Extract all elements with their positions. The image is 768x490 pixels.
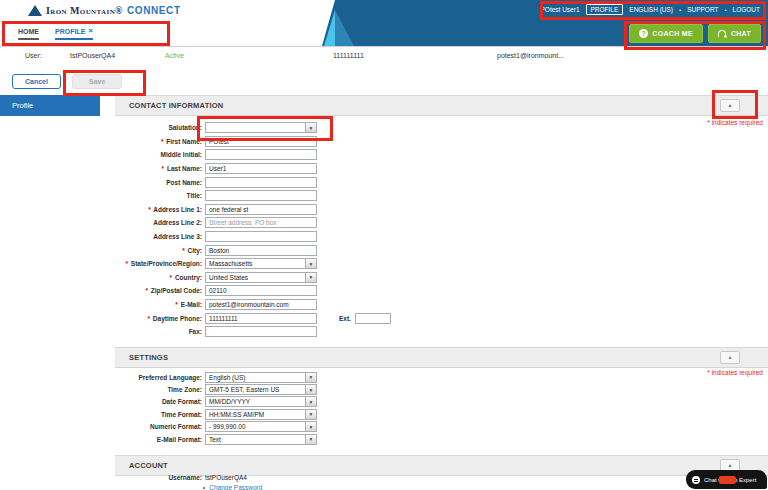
tab-home[interactable]: HOME — [18, 28, 39, 40]
logo: Iron Mountain® CONNECT — [28, 5, 181, 16]
field-label: Middle Initial: — [0, 151, 205, 158]
contact-row-middle-initial: Middle Initial: — [0, 148, 768, 162]
time-zone-select[interactable]: GMT-5 EST, Eastern US▾ — [205, 384, 317, 395]
logo-product-name: CONNECT — [127, 5, 181, 16]
iron-mountain-connect-profile-page: Iron Mountain® CONNECT POtest User1 PROF… — [0, 0, 768, 490]
contact-row-post-name: Post Name: — [0, 175, 768, 189]
change-password-link[interactable]: Change Password — [209, 484, 262, 490]
collapse-icon[interactable]: ▴ — [720, 351, 740, 364]
select-value: United States — [206, 273, 305, 282]
select-value: MM/DD/YYYY — [206, 397, 305, 406]
ext-label: Ext. — [339, 315, 351, 322]
bullet-icon: • — [203, 484, 205, 490]
required-asterisk: * — [148, 206, 151, 213]
contact-row-state-province-region: * State/Province/Region:Massachusetts▾ — [0, 257, 768, 271]
chevron-down-icon[interactable]: ▾ — [305, 422, 316, 431]
collapse-icon[interactable]: ▴ — [720, 99, 740, 112]
chevron-down-icon[interactable]: ▾ — [305, 397, 316, 406]
chevron-down-icon[interactable]: ▾ — [305, 435, 316, 444]
contact-row-e-mail: * E-Mail: — [0, 298, 768, 312]
logo-brand-name: Iron Mountain® — [46, 5, 123, 16]
header-buttons: ? COACH ME CHAT — [629, 24, 761, 43]
salutation-select[interactable]: ▾ — [205, 122, 317, 133]
field-label: * Daytime Phone: — [0, 315, 205, 322]
last-name-input[interactable] — [205, 163, 317, 174]
state-province-region-select[interactable]: Massachusetts▾ — [205, 258, 317, 269]
required-asterisk: * — [126, 260, 129, 267]
country-select[interactable]: United States▾ — [205, 272, 317, 283]
chat-icon — [718, 30, 727, 38]
select-value: Text — [206, 435, 305, 444]
chevron-down-icon[interactable]: ▾ — [305, 385, 316, 394]
chevron-down-icon[interactable]: ▾ — [305, 123, 316, 132]
chevron-down-icon[interactable]: ▾ — [305, 259, 316, 268]
user-phone: 111111111 — [333, 52, 364, 59]
chat-with-expert-widget[interactable]: Chat with an Expert — [686, 470, 767, 489]
field-label: Salutation: — [0, 124, 205, 131]
e-mail-format-select[interactable]: Text▾ — [205, 434, 317, 445]
address-line-1-input[interactable] — [205, 204, 317, 215]
zip-postal-code-input[interactable] — [205, 285, 317, 296]
contact-row-salutation: Salutation:▾ — [0, 121, 768, 135]
first-name-input[interactable] — [205, 136, 317, 147]
top-nav-user: POtest User1 — [540, 6, 579, 13]
contact-form: Salutation:▾* First Name: Middle Initial… — [0, 121, 768, 339]
contact-row-fax: Fax: — [0, 325, 768, 339]
top-nav-support-link[interactable]: SUPPORT — [687, 6, 718, 13]
ext-input[interactable] — [355, 313, 391, 324]
save-button[interactable]: Save — [72, 74, 122, 89]
chevron-down-icon[interactable]: ▾ — [305, 373, 316, 382]
account-username-row: Username: tstPOuserQA4 — [0, 474, 768, 481]
address-line-3-input[interactable] — [205, 231, 317, 242]
contact-row-zip-postal-code: * Zip/Postal Code: — [0, 284, 768, 298]
numeric-format-select[interactable]: - 999,990.00▾ — [205, 421, 317, 432]
header-divider — [0, 46, 768, 47]
coach-me-button[interactable]: ? COACH ME — [629, 24, 703, 43]
settings-row-preferred-language: Preferred Language:English (US)▾ — [0, 371, 768, 383]
chevron-down-icon[interactable]: ▾ — [305, 410, 316, 419]
nav-separator: • — [724, 7, 726, 13]
middle-initial-input[interactable] — [205, 149, 317, 160]
time-format-select[interactable]: HH:MM:SS AM/PM▾ — [205, 409, 317, 420]
settings-row-e-mail-format: E-Mail Format:Text▾ — [0, 433, 768, 445]
contact-row-country: * Country:United States▾ — [0, 271, 768, 285]
close-tab-icon[interactable]: × — [88, 28, 93, 34]
nav-separator: • — [679, 7, 681, 13]
chat-bubble-icon — [692, 476, 700, 484]
post-name-input[interactable] — [205, 177, 317, 188]
username-value: tstPOuserQA4 — [205, 474, 247, 481]
settings-row-numeric-format: Numeric Format:- 999,990.00▾ — [0, 421, 768, 433]
required-asterisk: * — [162, 165, 165, 172]
required-asterisk: * — [148, 315, 151, 322]
tab-bar: HOME PROFILE × — [18, 28, 93, 40]
preferred-language-select[interactable]: English (US)▾ — [205, 372, 317, 383]
contact-row-first-name: * First Name: — [0, 135, 768, 149]
city-input[interactable] — [205, 245, 317, 256]
address-line-2-input[interactable] — [205, 217, 317, 228]
field-label: * Country: — [0, 274, 205, 281]
fax-input[interactable] — [205, 326, 317, 337]
select-value — [206, 123, 305, 132]
tab-profile[interactable]: PROFILE × — [55, 28, 93, 40]
chevron-down-icon[interactable]: ▾ — [305, 273, 316, 282]
sidebar-item-profile[interactable]: Profile — [0, 95, 100, 116]
settings-row-date-format: Date Format:MM/DD/YYYY▾ — [0, 396, 768, 408]
daytime-phone-input[interactable] — [205, 313, 317, 324]
top-nav-language-menu[interactable]: ENGLISH (US) — [629, 6, 673, 13]
field-label: Fax: — [0, 328, 205, 335]
title-input[interactable] — [205, 190, 317, 201]
cancel-button[interactable]: Cancel — [12, 74, 61, 89]
expert-logo-badge — [719, 476, 736, 484]
contact-row-daytime-phone: * Daytime Phone:Ext. — [0, 311, 768, 325]
chat-label: CHAT — [731, 30, 751, 37]
select-value: English (US) — [206, 373, 305, 382]
mountain-graphic — [316, 0, 368, 46]
date-format-select[interactable]: MM/DD/YYYY▾ — [205, 396, 317, 407]
top-nav-logout-link[interactable]: LOGOUT — [733, 6, 760, 13]
e-mail-input[interactable] — [205, 299, 317, 310]
chat-button[interactable]: CHAT — [708, 24, 761, 43]
settings-row-time-format: Time Format:HH:MM:SS AM/PM▾ — [0, 408, 768, 420]
required-asterisk: * — [145, 287, 148, 294]
contact-row-title: Title: — [0, 189, 768, 203]
top-nav-profile-link[interactable]: PROFILE — [586, 4, 624, 15]
